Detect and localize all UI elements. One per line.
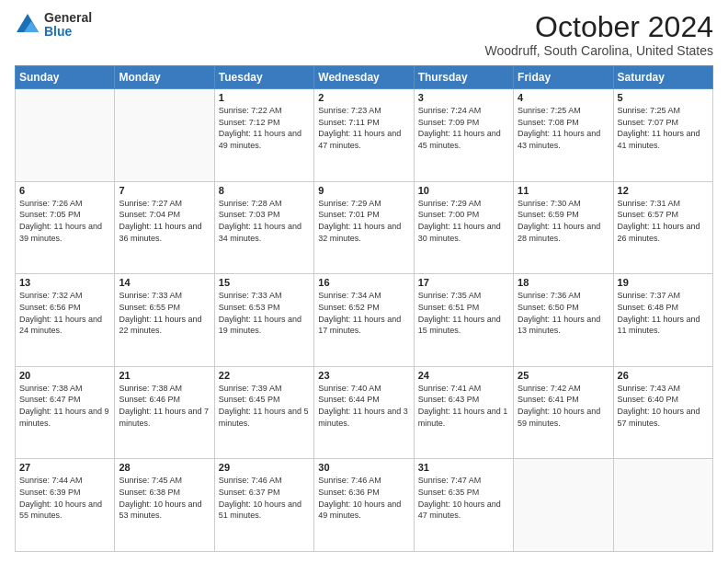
day-number: 15	[219, 277, 310, 288]
calendar-cell: 5Sunrise: 7:25 AM Sunset: 7:07 PM Daylig…	[613, 89, 712, 182]
calendar-cell: 14Sunrise: 7:33 AM Sunset: 6:55 PM Dayli…	[115, 274, 214, 367]
day-number: 11	[518, 185, 609, 196]
day-info: Sunrise: 7:39 AM Sunset: 6:45 PM Dayligh…	[219, 383, 310, 429]
day-info: Sunrise: 7:47 AM Sunset: 6:35 PM Dayligh…	[418, 475, 509, 521]
day-info: Sunrise: 7:33 AM Sunset: 6:55 PM Dayligh…	[119, 290, 210, 336]
day-number: 1	[219, 92, 310, 103]
weekday-header-sunday: Sunday	[16, 66, 115, 89]
day-info: Sunrise: 7:36 AM Sunset: 6:50 PM Dayligh…	[518, 290, 609, 336]
day-info: Sunrise: 7:45 AM Sunset: 6:38 PM Dayligh…	[119, 475, 210, 521]
day-info: Sunrise: 7:44 AM Sunset: 6:39 PM Dayligh…	[19, 475, 110, 521]
day-info: Sunrise: 7:24 AM Sunset: 7:09 PM Dayligh…	[418, 105, 509, 151]
logo: General Blue	[15, 11, 92, 40]
day-info: Sunrise: 7:33 AM Sunset: 6:53 PM Dayligh…	[219, 290, 310, 336]
header: General Blue October 2024 Woodruff, Sout…	[15, 11, 713, 58]
day-number: 9	[318, 185, 409, 196]
calendar-cell	[16, 89, 115, 182]
calendar-cell: 11Sunrise: 7:30 AM Sunset: 6:59 PM Dayli…	[514, 181, 613, 274]
calendar-week-row: 13Sunrise: 7:32 AM Sunset: 6:56 PM Dayli…	[16, 274, 713, 367]
day-number: 2	[318, 92, 409, 103]
calendar-week-row: 20Sunrise: 7:38 AM Sunset: 6:47 PM Dayli…	[16, 366, 713, 459]
calendar-table: SundayMondayTuesdayWednesdayThursdayFrid…	[15, 65, 713, 552]
calendar-cell: 3Sunrise: 7:24 AM Sunset: 7:09 PM Daylig…	[414, 89, 513, 182]
calendar-cell: 18Sunrise: 7:36 AM Sunset: 6:50 PM Dayli…	[514, 274, 613, 367]
day-number: 27	[19, 462, 110, 473]
month-title: October 2024	[484, 11, 713, 43]
day-number: 24	[418, 370, 509, 381]
day-number: 19	[618, 277, 709, 288]
calendar-cell: 20Sunrise: 7:38 AM Sunset: 6:47 PM Dayli…	[16, 366, 115, 459]
weekday-header-thursday: Thursday	[414, 66, 513, 89]
day-number: 16	[318, 277, 409, 288]
weekday-header-tuesday: Tuesday	[214, 66, 313, 89]
weekday-header-wednesday: Wednesday	[314, 66, 414, 89]
day-number: 21	[119, 370, 210, 381]
calendar-cell: 8Sunrise: 7:28 AM Sunset: 7:03 PM Daylig…	[214, 181, 313, 274]
day-info: Sunrise: 7:27 AM Sunset: 7:04 PM Dayligh…	[119, 198, 210, 244]
calendar-week-row: 6Sunrise: 7:26 AM Sunset: 7:05 PM Daylig…	[16, 181, 713, 274]
day-info: Sunrise: 7:46 AM Sunset: 6:36 PM Dayligh…	[318, 475, 409, 521]
calendar-cell: 27Sunrise: 7:44 AM Sunset: 6:39 PM Dayli…	[16, 459, 115, 552]
calendar-cell	[514, 459, 613, 552]
day-number: 6	[19, 185, 110, 196]
day-info: Sunrise: 7:46 AM Sunset: 6:37 PM Dayligh…	[219, 475, 310, 521]
calendar-cell: 30Sunrise: 7:46 AM Sunset: 6:36 PM Dayli…	[314, 459, 414, 552]
day-number: 25	[518, 370, 609, 381]
calendar-cell	[115, 89, 214, 182]
calendar-cell: 17Sunrise: 7:35 AM Sunset: 6:51 PM Dayli…	[414, 274, 513, 367]
day-info: Sunrise: 7:28 AM Sunset: 7:03 PM Dayligh…	[219, 198, 310, 244]
logo-general-label: General	[44, 11, 92, 25]
day-info: Sunrise: 7:23 AM Sunset: 7:11 PM Dayligh…	[318, 105, 409, 151]
day-number: 29	[219, 462, 310, 473]
day-number: 20	[19, 370, 110, 381]
day-info: Sunrise: 7:30 AM Sunset: 6:59 PM Dayligh…	[518, 198, 609, 244]
day-info: Sunrise: 7:34 AM Sunset: 6:52 PM Dayligh…	[318, 290, 409, 336]
calendar-cell: 28Sunrise: 7:45 AM Sunset: 6:38 PM Dayli…	[115, 459, 214, 552]
day-info: Sunrise: 7:41 AM Sunset: 6:43 PM Dayligh…	[418, 383, 509, 429]
day-number: 28	[119, 462, 210, 473]
day-info: Sunrise: 7:38 AM Sunset: 6:47 PM Dayligh…	[19, 383, 110, 429]
day-number: 10	[418, 185, 509, 196]
calendar-cell: 12Sunrise: 7:31 AM Sunset: 6:57 PM Dayli…	[613, 181, 712, 274]
day-number: 7	[119, 185, 210, 196]
logo-text: General Blue	[44, 11, 92, 40]
title-block: October 2024 Woodruff, South Carolina, U…	[484, 11, 713, 58]
page: General Blue October 2024 Woodruff, Sout…	[0, 0, 728, 563]
weekday-header-row: SundayMondayTuesdayWednesdayThursdayFrid…	[16, 66, 713, 89]
day-info: Sunrise: 7:25 AM Sunset: 7:08 PM Dayligh…	[518, 105, 609, 151]
location-label: Woodruff, South Carolina, United States	[484, 43, 713, 58]
day-info: Sunrise: 7:22 AM Sunset: 7:12 PM Dayligh…	[219, 105, 310, 151]
day-number: 31	[418, 462, 509, 473]
weekday-header-saturday: Saturday	[613, 66, 712, 89]
day-info: Sunrise: 7:40 AM Sunset: 6:44 PM Dayligh…	[318, 383, 409, 429]
day-number: 18	[518, 277, 609, 288]
calendar-cell: 22Sunrise: 7:39 AM Sunset: 6:45 PM Dayli…	[214, 366, 313, 459]
calendar-cell: 31Sunrise: 7:47 AM Sunset: 6:35 PM Dayli…	[414, 459, 513, 552]
day-info: Sunrise: 7:42 AM Sunset: 6:41 PM Dayligh…	[518, 383, 609, 429]
day-info: Sunrise: 7:25 AM Sunset: 7:07 PM Dayligh…	[618, 105, 709, 151]
day-info: Sunrise: 7:43 AM Sunset: 6:40 PM Dayligh…	[618, 383, 709, 429]
weekday-header-monday: Monday	[115, 66, 214, 89]
logo-icon	[15, 12, 40, 38]
day-info: Sunrise: 7:35 AM Sunset: 6:51 PM Dayligh…	[418, 290, 509, 336]
day-info: Sunrise: 7:29 AM Sunset: 7:00 PM Dayligh…	[418, 198, 509, 244]
day-info: Sunrise: 7:26 AM Sunset: 7:05 PM Dayligh…	[19, 198, 110, 244]
calendar-cell: 6Sunrise: 7:26 AM Sunset: 7:05 PM Daylig…	[16, 181, 115, 274]
calendar-week-row: 27Sunrise: 7:44 AM Sunset: 6:39 PM Dayli…	[16, 459, 713, 552]
logo-blue-label: Blue	[44, 25, 92, 39]
day-number: 4	[518, 92, 609, 103]
day-number: 30	[318, 462, 409, 473]
calendar-cell: 7Sunrise: 7:27 AM Sunset: 7:04 PM Daylig…	[115, 181, 214, 274]
weekday-header-friday: Friday	[514, 66, 613, 89]
day-number: 22	[219, 370, 310, 381]
calendar-cell	[613, 459, 712, 552]
calendar-cell: 21Sunrise: 7:38 AM Sunset: 6:46 PM Dayli…	[115, 366, 214, 459]
day-info: Sunrise: 7:38 AM Sunset: 6:46 PM Dayligh…	[119, 383, 210, 429]
day-number: 17	[418, 277, 509, 288]
calendar-cell: 25Sunrise: 7:42 AM Sunset: 6:41 PM Dayli…	[514, 366, 613, 459]
calendar-cell: 16Sunrise: 7:34 AM Sunset: 6:52 PM Dayli…	[314, 274, 414, 367]
day-info: Sunrise: 7:37 AM Sunset: 6:48 PM Dayligh…	[618, 290, 709, 336]
day-number: 14	[119, 277, 210, 288]
day-info: Sunrise: 7:31 AM Sunset: 6:57 PM Dayligh…	[618, 198, 709, 244]
calendar-cell: 13Sunrise: 7:32 AM Sunset: 6:56 PM Dayli…	[16, 274, 115, 367]
